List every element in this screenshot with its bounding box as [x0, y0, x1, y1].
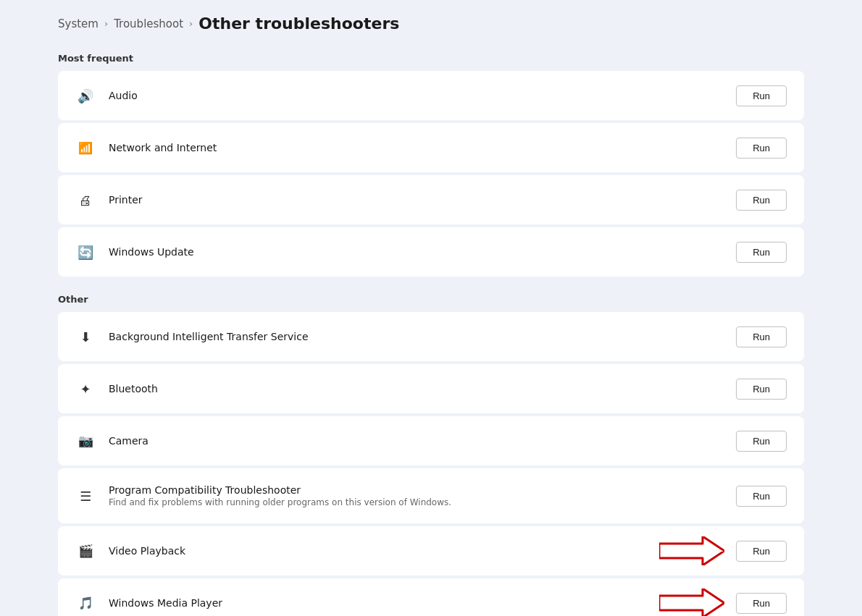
audio-run-button[interactable]: Run [736, 85, 787, 106]
media-icon [75, 593, 96, 613]
breadcrumb: System › Troubleshoot › Other troublesho… [58, 14, 804, 33]
network-card: Network and Internet Run [58, 123, 804, 172]
bits-icon [75, 326, 96, 347]
video-icon [75, 541, 96, 561]
audio-card: Audio Run [58, 71, 804, 120]
windows-media-card: Windows Media Player Run [58, 578, 804, 616]
other-section: Other Background Intelligent Transfer Se… [58, 294, 804, 616]
svg-marker-1 [659, 588, 724, 616]
audio-icon [75, 85, 96, 106]
breadcrumb-sep-2: › [189, 18, 193, 29]
program-compat-run-button[interactable]: Run [736, 486, 787, 507]
network-run-button[interactable]: Run [736, 138, 787, 159]
camera-label: Camera [109, 435, 736, 447]
printer-card: Printer Run [58, 175, 804, 224]
program-compat-label-wrap: Program Compatibility Troubleshooter Fin… [109, 484, 736, 507]
camera-run-button[interactable]: Run [736, 431, 787, 452]
video-playback-label: Video Playback [109, 545, 659, 557]
video-arrow-indicator [659, 536, 724, 565]
breadcrumb-sep-1: › [104, 18, 108, 29]
media-arrow-icon [659, 588, 724, 616]
bluetooth-card: Bluetooth Run [58, 364, 804, 413]
bluetooth-label: Bluetooth [109, 383, 736, 395]
camera-card: Camera Run [58, 416, 804, 465]
network-label: Network and Internet [109, 142, 736, 153]
program-compat-card: Program Compatibility Troubleshooter Fin… [58, 468, 804, 523]
bluetooth-icon [75, 379, 96, 399]
page-title: Other troubleshooters [198, 14, 399, 33]
program-compat-sublabel: Find and fix problems with running older… [109, 497, 736, 507]
audio-label: Audio [109, 90, 736, 101]
most-frequent-label: Most frequent [58, 53, 804, 64]
video-arrow-icon [659, 536, 724, 565]
windows-update-run-button[interactable]: Run [736, 242, 787, 263]
bits-card: Background Intelligent Transfer Service … [58, 312, 804, 361]
program-compat-label: Program Compatibility Troubleshooter [109, 484, 736, 496]
camera-icon [75, 431, 96, 451]
network-icon [75, 138, 96, 158]
bits-run-button[interactable]: Run [736, 326, 787, 347]
svg-marker-0 [659, 536, 724, 565]
windows-media-run-button[interactable]: Run [736, 593, 787, 614]
windows-media-label: Windows Media Player [109, 597, 659, 609]
breadcrumb-system[interactable]: System [58, 17, 99, 30]
windows-update-card: Windows Update Run [58, 227, 804, 277]
video-playback-run-button[interactable]: Run [736, 541, 787, 562]
windows-update-label: Windows Update [109, 246, 736, 258]
most-frequent-section: Most frequent Audio Run Network and Inte… [58, 53, 804, 277]
other-label: Other [58, 294, 804, 305]
compat-icon [75, 486, 96, 506]
bits-label: Background Intelligent Transfer Service [109, 331, 736, 342]
video-playback-card: Video Playback Run [58, 526, 804, 575]
bluetooth-run-button[interactable]: Run [736, 379, 787, 400]
printer-run-button[interactable]: Run [736, 190, 787, 211]
update-icon [75, 242, 96, 262]
printer-label: Printer [109, 194, 736, 206]
printer-icon [75, 190, 96, 210]
media-arrow-indicator [659, 588, 724, 616]
breadcrumb-troubleshoot[interactable]: Troubleshoot [114, 17, 183, 30]
